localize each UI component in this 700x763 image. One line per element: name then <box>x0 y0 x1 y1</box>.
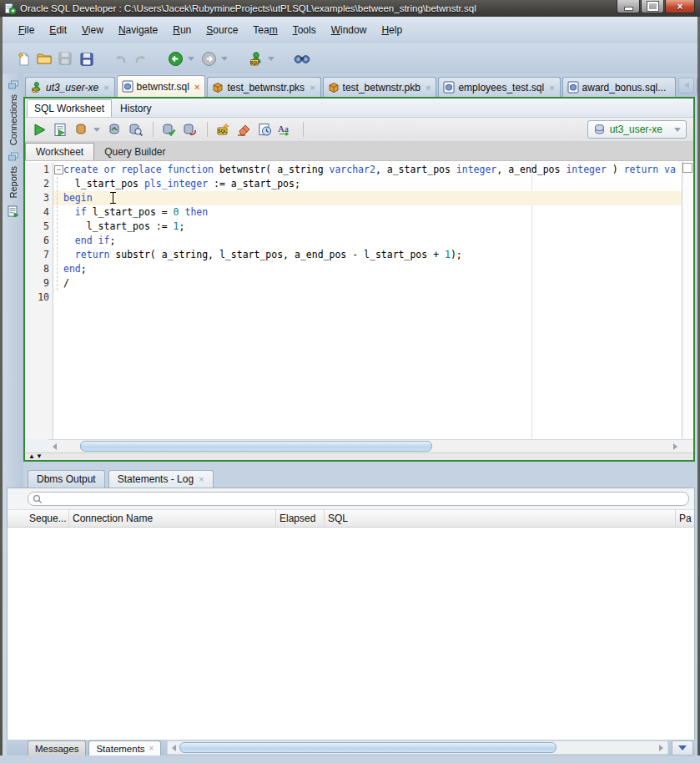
column-sql[interactable]: SQL <box>325 510 676 527</box>
tab-close-icon[interactable]: × <box>426 83 431 93</box>
connect-sql-icon[interactable]: SQL <box>246 49 264 68</box>
connection-selector[interactable]: ut3_user-xe <box>587 120 687 139</box>
tab-close-icon[interactable]: × <box>549 83 554 93</box>
connection-name: ut3_user-xe <box>610 124 662 135</box>
scroll-left-icon[interactable] <box>168 742 180 753</box>
menu-file[interactable]: File <box>11 22 42 38</box>
scrollbar-thumb[interactable] <box>179 742 556 753</box>
database-icon <box>593 124 606 135</box>
title-bar[interactable]: Oracle SQL Developer : C:\Users\Jacek\Ru… <box>0 0 700 17</box>
column-connection-name[interactable]: Connection Name <box>69 510 276 527</box>
application-window: Oracle SQL Developer : C:\Users\Jacek\Ru… <box>0 0 700 763</box>
code-line[interactable]: end; <box>53 262 682 276</box>
tab-dbms-output[interactable]: Dbms Output <box>28 470 105 488</box>
tab-close-icon[interactable]: × <box>310 83 315 93</box>
close-button[interactable]: × <box>665 0 695 13</box>
worksheet-toolbar: SQL Aa ut3_user-xe <box>25 118 693 142</box>
error-indicator-box[interactable] <box>682 163 692 173</box>
change-case-icon[interactable]: Aa <box>276 120 295 139</box>
tab-test-betwnstr-pkb[interactable]: test_betwnstr.pkb × <box>323 77 437 97</box>
tab-award-bonus-sql[interactable]: award_bonus.sql... <box>562 77 677 97</box>
window-left-border <box>0 17 3 755</box>
tab-betwnstr-sql[interactable]: betwnstr.sql × <box>117 75 206 97</box>
column-sequence[interactable]: Seque... <box>26 510 69 527</box>
code-line[interactable] <box>53 291 682 305</box>
code-rows: −create or replace function betwnstr( a_… <box>53 163 682 305</box>
menu-source[interactable]: Source <box>199 22 245 38</box>
sidebar-item-reports[interactable]: Reports <box>8 166 18 199</box>
explain-plan-icon[interactable] <box>105 120 123 139</box>
editor-splitter[interactable]: ▲▼ <box>25 452 693 460</box>
menu-view[interactable]: View <box>74 22 111 38</box>
autotrace-icon[interactable] <box>72 120 90 139</box>
navigate-back-icon[interactable] <box>166 49 184 68</box>
open-folder-icon[interactable] <box>35 49 53 68</box>
run-script-icon[interactable] <box>51 120 69 139</box>
code-editor[interactable]: 12345678910 −create or replace function … <box>25 161 693 439</box>
code-line[interactable]: l_start_pos := 1; <box>53 220 682 234</box>
new-file-icon[interactable] <box>14 49 33 68</box>
scroll-left-icon[interactable] <box>48 441 61 452</box>
tab-statements-log[interactable]: Statements - Log × <box>108 470 214 488</box>
find-icon[interactable] <box>293 49 311 68</box>
tab-close-icon[interactable]: × <box>194 82 199 92</box>
sql-tuning-advisor-icon[interactable] <box>126 120 144 139</box>
tab-messages[interactable]: Messages <box>28 740 86 755</box>
tab-ut3-user-xe[interactable]: SQL ut3_user-xe × <box>25 77 115 97</box>
code-line[interactable]: −create or replace function betwnstr( a_… <box>53 163 682 177</box>
tab-label: award_bonus.sql... <box>582 82 667 93</box>
navigate-back-dropdown-icon[interactable] <box>188 57 194 61</box>
text-cursor <box>109 192 117 204</box>
tab-statements[interactable]: Statements × <box>88 740 161 755</box>
tab-query-builder[interactable]: Query Builder <box>94 144 175 160</box>
code-line[interactable]: end if; <box>53 234 682 248</box>
menu-navigate[interactable]: Navigate <box>111 22 165 38</box>
menu-team[interactable]: Team <box>245 22 285 38</box>
tab-history[interactable]: History <box>113 100 158 117</box>
code-line[interactable]: / <box>53 276 682 291</box>
search-input[interactable] <box>28 492 689 506</box>
splitter-collapse-icons[interactable]: ▲▼ <box>28 453 43 460</box>
tab-sql-worksheet[interactable]: SQL Worksheet <box>27 99 112 117</box>
column-elapsed[interactable]: Elapsed <box>276 510 325 527</box>
rollback-icon[interactable] <box>180 120 199 139</box>
code-line[interactable]: if l_start_pos = 0 then <box>53 205 682 220</box>
minimize-button[interactable] <box>617 0 640 13</box>
tab-close-icon[interactable]: × <box>199 474 204 484</box>
navigate-forward-dropdown-icon[interactable] <box>221 57 228 61</box>
code-line[interactable]: l_start_pos pls_integer := a_start_pos; <box>53 177 682 191</box>
editor-horizontal-scrollbar[interactable] <box>48 439 693 452</box>
tab-close-icon[interactable]: × <box>149 744 154 753</box>
scroll-right-icon[interactable] <box>655 742 667 753</box>
maximize-button[interactable] <box>641 0 664 13</box>
code-line[interactable]: begin <box>53 191 682 205</box>
footer-horizontal-scrollbar[interactable] <box>167 740 668 755</box>
commit-icon[interactable] <box>159 120 178 139</box>
log-table-body[interactable] <box>8 528 694 740</box>
tab-employees-test-sql[interactable]: employees_test.sql × <box>438 77 560 97</box>
menu-run[interactable]: Run <box>165 22 199 38</box>
unshared-worksheet-icon[interactable]: SQL <box>214 120 232 139</box>
footer-tab-list-dropdown[interactable] <box>672 740 693 755</box>
fold-collapse-icon[interactable]: − <box>54 165 63 174</box>
connection-dropdown-icon[interactable] <box>674 128 681 132</box>
sidebar-item-connections[interactable]: Connections <box>8 94 18 145</box>
column-pa[interactable]: Pa <box>676 510 694 527</box>
connect-sql-dropdown-icon[interactable] <box>268 57 274 61</box>
navigate-forward-icon[interactable] <box>199 49 218 68</box>
code-line[interactable]: return substr( a_string, l_start_pos, a_… <box>53 248 682 262</box>
tab-test-betwnstr-pks[interactable]: test_betwnstr.pks × <box>207 77 320 97</box>
tab-worksheet[interactable]: Worksheet <box>25 143 94 160</box>
sql-history-icon[interactable] <box>255 120 274 139</box>
menu-tools[interactable]: Tools <box>285 22 324 38</box>
autotrace-dropdown-icon[interactable] <box>93 128 100 132</box>
scroll-right-icon[interactable] <box>669 441 682 452</box>
tab-close-icon[interactable]: × <box>103 83 108 93</box>
scrollbar-thumb[interactable] <box>80 441 432 452</box>
run-statement-icon[interactable] <box>30 120 48 139</box>
menu-help[interactable]: Help <box>374 22 410 38</box>
menu-edit[interactable]: Edit <box>42 22 74 38</box>
menu-window[interactable]: Window <box>324 22 375 38</box>
clear-icon[interactable] <box>234 120 253 139</box>
save-all-icon[interactable] <box>77 49 95 68</box>
